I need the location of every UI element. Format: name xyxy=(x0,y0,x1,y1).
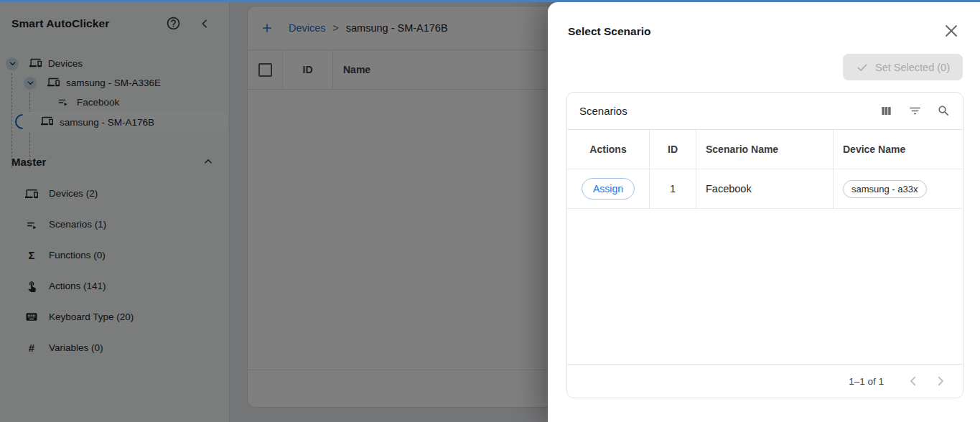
top-accent-bar xyxy=(0,0,980,2)
close-icon[interactable] xyxy=(943,22,960,39)
scenarios-title: Scenarios xyxy=(579,105,627,117)
scenarios-table-header: Actions ID Scenario Name Device Name xyxy=(567,130,963,169)
app-window: Smart AutoClicker Devices xyxy=(0,0,980,422)
drawer-title: Select Scenario xyxy=(568,25,650,38)
device-name-chip: samsung - a33x xyxy=(843,180,927,198)
id-cell: 1 xyxy=(650,169,696,208)
scenarios-card-header: Scenarios xyxy=(567,93,963,130)
check-icon xyxy=(856,61,869,74)
columns-icon[interactable] xyxy=(879,104,893,118)
filter-icon[interactable] xyxy=(908,104,922,118)
search-icon[interactable] xyxy=(937,104,951,118)
actions-cell: Assign xyxy=(567,169,650,208)
set-selected-button[interactable]: Set Selected (0) xyxy=(843,54,963,80)
scenario-name-cell: Facebook xyxy=(696,169,834,208)
select-scenario-drawer: Select Scenario Set Selected (0) Scenari… xyxy=(548,2,980,422)
previous-page-button[interactable] xyxy=(900,367,927,395)
next-page-button[interactable] xyxy=(927,367,954,395)
device-name-cell: samsung - a33x xyxy=(834,169,963,208)
assign-button[interactable]: Assign xyxy=(582,178,635,200)
scenarios-card: Scenarios Actions ID Scenario Name xyxy=(566,92,963,398)
table-row: Assign 1 Facebook samsung - a33x xyxy=(567,169,963,209)
table-empty-area xyxy=(567,209,963,364)
column-header-scenario-name[interactable]: Scenario Name xyxy=(696,130,834,169)
set-selected-label: Set Selected (0) xyxy=(875,62,950,73)
column-header-actions[interactable]: Actions xyxy=(567,130,650,169)
pagination-range-label: 1–1 of 1 xyxy=(849,376,884,387)
scenarios-toolbar xyxy=(879,104,951,118)
column-header-id[interactable]: ID xyxy=(650,130,696,169)
column-header-device-name[interactable]: Device Name xyxy=(834,130,963,169)
pagination-bar: 1–1 of 1 xyxy=(567,364,963,398)
